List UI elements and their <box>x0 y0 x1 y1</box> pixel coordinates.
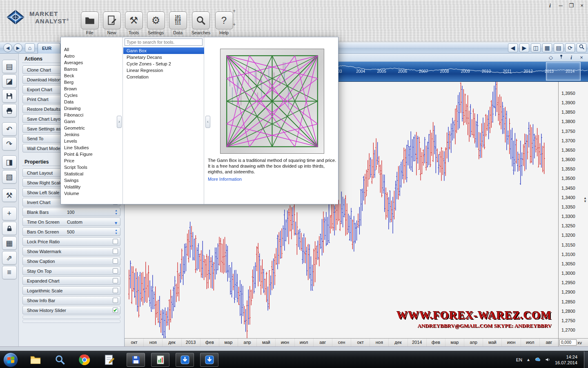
tool-planetary-decans[interactable]: Planetary Decans <box>123 54 204 61</box>
category-beck[interactable]: Beck <box>61 72 122 79</box>
new-button[interactable] <box>103 11 121 29</box>
search-app-button[interactable] <box>53 353 67 367</box>
zoom-button[interactable] <box>577 43 586 52</box>
prop-time-on-screen[interactable]: Time On ScreenCustom▼ <box>22 218 120 226</box>
export-image-button[interactable]: ◨ <box>2 155 17 169</box>
searches-button[interactable] <box>192 11 210 29</box>
minimize-button[interactable]: ─ <box>557 2 564 9</box>
tool-linear-regression[interactable]: Linear Regression <box>123 67 204 74</box>
category-levels[interactable]: Levels <box>61 138 122 144</box>
tray-expand-icon[interactable]: ▲ <box>526 357 530 362</box>
diamond-icon[interactable]: ◇ <box>548 54 554 61</box>
category-jenkins[interactable]: Jenkins <box>61 131 122 138</box>
undo-button[interactable]: ↶ <box>2 122 17 136</box>
checkbox[interactable] <box>113 298 118 303</box>
prop-stay-on-top[interactable]: Stay On Top <box>22 267 120 275</box>
tool-cycle-zones-setup-2[interactable]: Cycle Zones - Setup 2 <box>123 61 204 67</box>
checkbox[interactable] <box>113 239 118 244</box>
chart-type-button[interactable]: ▤ <box>2 60 17 73</box>
tool-search-input[interactable] <box>125 38 203 46</box>
copy-image-button[interactable]: ▧ <box>2 170 17 184</box>
prev-chart-button[interactable]: ◀ <box>508 43 518 52</box>
explorer-button[interactable] <box>29 353 42 367</box>
app-download-2-button[interactable] <box>200 353 218 367</box>
chart-tab-eur[interactable]: EUR <box>38 43 60 54</box>
dropdown-chevron-icon[interactable]: ▼ <box>114 219 118 226</box>
settings-button[interactable]: ⚙ <box>147 11 165 29</box>
editor-button[interactable] <box>102 353 116 367</box>
category-averages[interactable]: Averages <box>61 59 122 66</box>
start-button[interactable] <box>3 352 18 367</box>
category-fibonacci[interactable]: Fibonacci <box>61 112 122 118</box>
prop-show-info-bar[interactable]: Show Info Bar <box>22 296 120 305</box>
language-indicator[interactable]: EN <box>516 357 522 362</box>
category-cycles[interactable]: Cycles <box>61 92 122 99</box>
tool-gann-box[interactable]: Gann Box <box>123 47 204 54</box>
file-button[interactable] <box>81 11 99 29</box>
save-chart-button[interactable] <box>2 89 17 103</box>
app-chart-button[interactable] <box>151 353 169 367</box>
prop-expanded-chart[interactable]: Expanded Chart <box>22 276 120 285</box>
category-volume[interactable]: Volume <box>61 190 122 197</box>
scale-drag-handle[interactable]: ▲▼ <box>584 197 587 203</box>
lock-button[interactable] <box>2 222 17 235</box>
show-desktop-button[interactable] <box>584 351 588 368</box>
share-button[interactable]: ⇗ <box>2 251 17 265</box>
prop-show-history-slider[interactable]: Show History Slider✔ <box>22 306 120 314</box>
prop-show-watermark[interactable]: Show Watermark <box>22 247 120 256</box>
category-swings[interactable]: Swings <box>61 177 122 184</box>
prop-bars-on-screen[interactable]: Bars On Screen500▲▼ <box>22 227 120 236</box>
prop-logarithmic-scale[interactable]: Logarithmic Scale <box>22 286 120 295</box>
category-volatility[interactable]: Volatility <box>61 184 122 190</box>
next-chart-button[interactable]: ▶ <box>519 43 529 52</box>
redo-button[interactable]: ↷ <box>2 137 17 150</box>
help-button[interactable]: ? <box>215 11 233 29</box>
chrome-button[interactable] <box>78 353 91 367</box>
category-line-studies[interactable]: Line Studies <box>61 144 122 151</box>
clock[interactable]: 14:24 16.07.2014 <box>555 354 577 366</box>
pin-icon[interactable] <box>558 54 564 61</box>
print-chart-button[interactable] <box>2 104 17 117</box>
back-button[interactable]: ◀ <box>3 43 12 52</box>
checkbox-checked[interactable]: ✔ <box>113 307 118 313</box>
category-gann[interactable]: Gann <box>61 118 122 125</box>
category-berg[interactable]: Berg <box>61 79 122 85</box>
grid-button[interactable]: ▦ <box>2 236 17 250</box>
app-download-1-button[interactable] <box>176 353 194 367</box>
category-brown[interactable]: Brown <box>61 85 122 92</box>
layout-view-button[interactable]: ◫ <box>531 43 541 52</box>
close-chart-icon[interactable]: × <box>578 54 585 61</box>
notes-button[interactable]: ≡ <box>2 266 17 279</box>
category-data[interactable]: Data <box>61 99 122 105</box>
category-drawing[interactable]: Drawing <box>61 105 122 112</box>
stepper-control[interactable]: ▲▼ <box>115 209 118 215</box>
collapse-right-handle[interactable]: ‹ <box>205 116 210 128</box>
chart-view-button[interactable]: ▤ <box>554 43 564 52</box>
volume-icon[interactable] <box>545 357 551 363</box>
prop-lock-price-ratio[interactable]: Lock Price Ratio <box>22 237 120 246</box>
home-button[interactable]: ⌂ <box>25 43 35 52</box>
close-button[interactable]: × <box>578 2 586 9</box>
checkbox[interactable] <box>113 249 118 254</box>
checkbox[interactable] <box>113 278 118 283</box>
corner-value-box[interactable]: 0,000 <box>559 339 577 346</box>
app-save-button[interactable] <box>127 353 145 367</box>
category-astro[interactable]: Astro <box>61 53 122 59</box>
category-statistical[interactable]: Statistical <box>61 171 122 177</box>
category-barros[interactable]: Barros <box>61 66 122 72</box>
data-button[interactable]: 101010111 <box>169 11 187 29</box>
wrench-button[interactable]: ⚒ <box>2 188 17 202</box>
price-scale[interactable]: 1,39501,39001,38501,38001,37501,37001,36… <box>558 82 588 338</box>
category-geometric[interactable]: Geometric <box>61 125 122 131</box>
info-icon[interactable]: i <box>568 54 575 61</box>
category-point-figure[interactable]: Point & Figure <box>61 151 122 157</box>
category-price[interactable]: Price <box>61 157 122 164</box>
category-script-tools[interactable]: Script Tools <box>61 164 122 171</box>
forward-button[interactable]: ▶ <box>13 43 22 52</box>
time-axis[interactable]: октноядек2013февмарапрмайиюниюлавгсенокт… <box>125 338 558 346</box>
more-information-link[interactable]: More Information <box>208 177 242 182</box>
tool-correlation[interactable]: Correlation <box>123 74 204 80</box>
collapse-left-handle[interactable]: › <box>117 116 122 128</box>
stepper-control[interactable]: ▲▼ <box>115 229 118 235</box>
checkbox[interactable] <box>113 258 118 264</box>
